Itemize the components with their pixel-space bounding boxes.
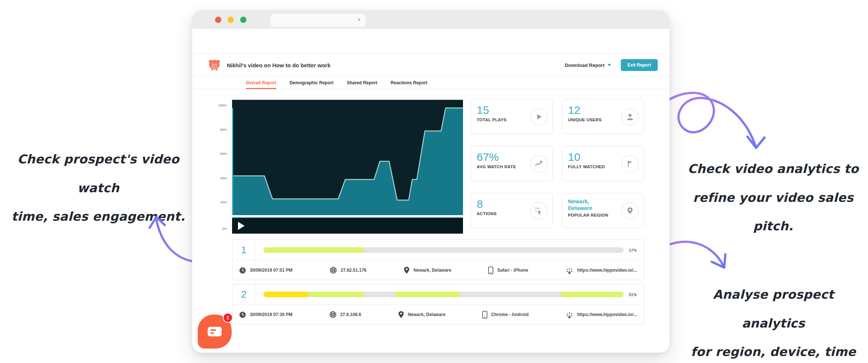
unique-users-label: UNIQUE USERS	[568, 117, 612, 122]
close-window-button[interactable]	[215, 17, 221, 23]
beacon-icon	[565, 311, 573, 319]
prospect-1-referrer: https://www.hippovideo.io/...	[565, 266, 637, 274]
curved-arrow-bottom-right-icon	[661, 237, 735, 278]
prospect-row-2[interactable]: 2 51% 30/09/2019 07:30 PM 27.6.108.6	[232, 284, 644, 325]
popular-region-value: Newark, Delaware	[568, 198, 605, 211]
browser-window: × Nikhil's video on How to do better wor…	[192, 10, 670, 353]
annotation-left-line1: Check prospect's video watch	[1, 145, 195, 202]
globe-icon	[329, 311, 337, 318]
y-tick-20: 20%	[209, 200, 227, 204]
annotation-bottom-right-line2: for region, device, time etc.	[679, 337, 868, 363]
prospect-2-watch-percent: 51%	[629, 292, 644, 297]
stat-card-total-plays: 15 TOTAL PLAYS	[470, 99, 553, 134]
report-tabs: Overall Report Demographic Report Shared…	[192, 77, 670, 89]
page: Check prospect's video watch time, sales…	[0, 0, 868, 363]
video-scrubber[interactable]	[232, 215, 463, 217]
prospect-1-watch-bar	[263, 247, 624, 253]
popular-region-label: POPULAR REGION	[568, 213, 612, 218]
prospect-1-ip: 27.62.51.176	[330, 267, 367, 274]
play-circle-icon	[535, 113, 543, 121]
prospect-2-device: Chrome - Android	[482, 311, 529, 319]
stat-card-actions: 8 ACTIONS	[470, 193, 553, 228]
browser-chrome-bar: ×	[192, 10, 670, 29]
annotation-top-right: Check video analytics to refine your vid…	[678, 155, 868, 241]
annotation-top-right-line2: refine your video sales pitch.	[678, 183, 868, 241]
download-report-label: Download Report	[565, 62, 605, 68]
location-pin-icon	[398, 311, 404, 318]
fully-watched-label: FULLY WATCHED	[568, 164, 612, 169]
tab-shared-report[interactable]: Shared Report	[347, 77, 377, 89]
y-tick-40: 40%	[209, 176, 227, 180]
prospect-2-time: 30/09/2019 07:30 PM	[239, 311, 292, 318]
prospect-2-location: Newark, Delaware	[398, 311, 446, 318]
user-icon	[626, 113, 634, 121]
annotation-bottom-right-line1: Analyse prospect analytics	[679, 280, 868, 337]
stats-grid: 15 TOTAL PLAYS 12 UNIQUE USERS 67% AVG W…	[470, 99, 644, 228]
clock-icon	[239, 311, 246, 318]
watch-rate-area-chart	[232, 100, 463, 234]
report-header: Nikhil's video on How to do better work …	[192, 54, 670, 77]
stat-card-avg-watch-rate: 67% AVG WATCH RATE	[470, 146, 553, 181]
prospect-1-watch-percent: 17%	[629, 248, 644, 252]
hippo-logo-icon	[208, 59, 221, 71]
video-player-heatmap[interactable]	[232, 100, 463, 234]
tab-close-icon[interactable]: ×	[358, 17, 361, 23]
trend-icon	[534, 159, 543, 168]
chat-notification-badge: 1	[223, 313, 233, 323]
flag-icon	[626, 160, 634, 168]
smartphone-icon	[488, 267, 493, 274]
prospect-1-index: 1	[232, 240, 255, 260]
beacon-icon	[565, 266, 573, 274]
tab-overall-report[interactable]: Overall Report	[246, 77, 276, 89]
tab-demographic-report[interactable]: Demographic Report	[290, 77, 334, 89]
prospect-1-time: 30/09/2019 07:51 PM	[239, 267, 292, 274]
y-tick-0: 0%	[209, 227, 227, 231]
prospect-1-location: Newark, Delaware	[404, 267, 451, 274]
stat-card-fully-watched: 10 FULLY WATCHED	[562, 146, 644, 181]
globe-icon	[330, 267, 337, 274]
prospect-2-referrer: https://www.hippovideo.io/...	[565, 311, 637, 319]
y-tick-60: 60%	[209, 152, 227, 156]
minimize-window-button[interactable]	[228, 17, 234, 23]
prospect-row-1[interactable]: 1 17% 30/09/2019 07:51 PM 27.62.51.176	[232, 240, 644, 280]
annotation-top-right-line1: Check video analytics to	[678, 155, 868, 183]
location-pin-icon	[626, 207, 634, 215]
play-button[interactable]	[238, 222, 245, 230]
stat-card-unique-users: 12 UNIQUE USERS	[562, 99, 644, 134]
location-pin-icon	[404, 267, 410, 274]
download-report-dropdown[interactable]: Download Report	[565, 62, 611, 68]
prospect-2-index: 2	[232, 284, 255, 305]
prospect-1-device: Safari - iPhone	[488, 267, 528, 274]
video-controls-bar	[232, 218, 463, 234]
smartphone-icon	[482, 311, 487, 319]
prospect-2-watch-bar	[263, 292, 624, 297]
tab-reactions-report[interactable]: Reactions Report	[391, 77, 427, 89]
y-tick-80: 80%	[209, 128, 227, 132]
exit-report-button[interactable]: Exit Report	[621, 59, 658, 71]
total-plays-label: TOTAL PLAYS	[477, 117, 520, 122]
actions-label: ACTIONS	[477, 211, 520, 216]
click-icon	[534, 206, 543, 215]
annotation-bottom-right: Analyse prospect analytics for region, d…	[679, 280, 868, 363]
video-report-title: Nikhil's video on How to do better work	[227, 62, 330, 68]
clock-icon	[239, 267, 246, 274]
avg-watch-rate-label: AVG WATCH RATE	[477, 164, 520, 169]
prospect-2-ip: 27.6.108.6	[329, 311, 361, 318]
chat-bubble-icon	[208, 327, 222, 336]
browser-tab[interactable]: ×	[270, 14, 366, 27]
chat-widget-button[interactable]: 1	[198, 315, 232, 349]
chevron-down-icon	[607, 64, 611, 66]
stat-card-popular-region: Newark, Delaware POPULAR REGION	[562, 193, 644, 228]
y-tick-100: 100%	[209, 104, 227, 107]
maximize-window-button[interactable]	[240, 17, 246, 23]
